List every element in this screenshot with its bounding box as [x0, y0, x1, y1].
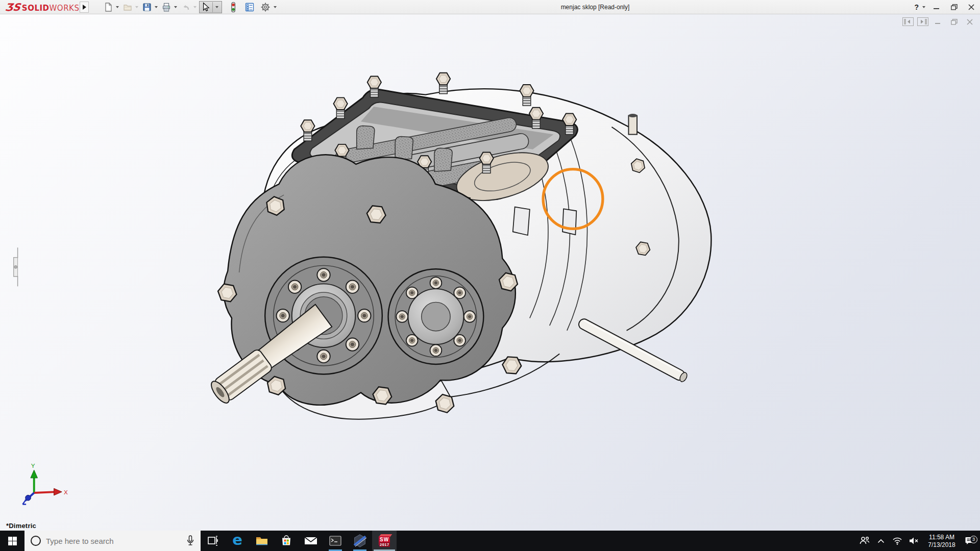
reference-triad: Y X: [22, 462, 68, 504]
gear-icon: [260, 2, 271, 13]
open-button[interactable]: [121, 1, 134, 13]
secondary-flange: [388, 269, 484, 364]
mail-icon: [304, 536, 317, 546]
file-explorer-button[interactable]: [250, 531, 274, 551]
action-center-button[interactable]: 3: [962, 536, 978, 545]
open-dropdown[interactable]: [135, 6, 138, 8]
dock-right-icon: [918, 18, 927, 25]
taskbar-search[interactable]: [24, 531, 201, 551]
triad-x-label: X: [64, 489, 68, 495]
doc-restore-button[interactable]: [948, 17, 960, 26]
chevron-up-icon: [877, 539, 885, 543]
speaker-muted-icon: [909, 537, 919, 545]
volume-button[interactable]: [905, 537, 922, 545]
restore-icon: [951, 4, 958, 10]
solidworks-taskbar-button[interactable]: SW 2017: [372, 531, 397, 551]
save-button[interactable]: [141, 1, 153, 13]
people-icon: [859, 536, 870, 545]
menu-flyout-button[interactable]: [80, 2, 89, 13]
windows-taskbar: e: [0, 531, 980, 551]
restore-button[interactable]: [945, 0, 963, 14]
doc-close-icon: [967, 19, 973, 25]
store-icon: [280, 535, 292, 547]
quick-access-toolbar: [102, 0, 279, 14]
solidworks-window: ƷS SOLID WORKS: [0, 0, 980, 551]
minimize-button[interactable]: [928, 0, 945, 14]
new-document-icon: [103, 2, 113, 12]
task-view-icon: [207, 535, 218, 546]
clock-date: 7/13/2018: [922, 541, 962, 549]
print-dropdown[interactable]: [174, 6, 177, 8]
tray-overflow-button[interactable]: [873, 539, 889, 543]
hexagon-app-button[interactable]: [348, 531, 372, 551]
brand-works: WORKS: [50, 4, 80, 13]
command-prompt-button[interactable]: [323, 531, 348, 551]
help-button[interactable]: ?: [909, 3, 921, 11]
titlebar: ƷS SOLID WORKS: [0, 0, 980, 14]
new-document-button[interactable]: [102, 1, 114, 13]
doc-restore-icon: [951, 19, 958, 25]
cortana-icon: [31, 536, 41, 546]
taskbar-clock[interactable]: 11:58 AM 7/13/2018: [922, 533, 962, 549]
close-button[interactable]: [963, 0, 980, 14]
gearbox-model[interactable]: Y X: [0, 14, 980, 531]
undo-icon: [181, 2, 191, 12]
divider: [212, 2, 213, 12]
document-title: menjac sklop [Read-only]: [521, 0, 670, 14]
options-button[interactable]: [259, 1, 272, 13]
dock-left-icon: [903, 18, 913, 25]
save-floppy-icon: [142, 2, 152, 12]
titlebar-controls: ?: [909, 0, 980, 14]
doc-minimize-icon: [935, 19, 941, 25]
command-prompt-icon: [329, 536, 341, 546]
document-window-controls: [902, 17, 976, 26]
dome-stud: [628, 114, 637, 134]
select-dropdown[interactable]: [215, 6, 218, 8]
people-button[interactable]: [856, 536, 873, 545]
triad-y-label: Y: [31, 462, 35, 469]
select-tool-button[interactable]: [199, 1, 222, 13]
open-folder-icon: [122, 2, 133, 12]
doc-close-button[interactable]: [964, 17, 976, 26]
close-icon: [968, 4, 974, 10]
hexagon-app-icon: [353, 534, 366, 547]
edge-icon: e: [232, 533, 242, 547]
sw-icon-year: 2017: [379, 542, 390, 547]
help-dropdown[interactable]: [922, 6, 925, 8]
select-cursor-icon: [200, 2, 211, 13]
undo-dropdown[interactable]: [193, 6, 197, 8]
clock-time: 11:58 AM: [922, 534, 962, 541]
microphone-icon[interactable]: [185, 535, 195, 547]
dock-panel-right-button[interactable]: [917, 17, 928, 26]
solidworks-app-icon: SW 2017: [378, 534, 391, 547]
task-view-button[interactable]: [201, 531, 225, 551]
task-scheduler-button[interactable]: [243, 1, 256, 13]
system-tray: 11:58 AM 7/13/2018 3: [856, 531, 980, 551]
file-explorer-icon: [255, 535, 268, 546]
search-input[interactable]: [24, 531, 201, 551]
edge-button[interactable]: e: [225, 531, 250, 551]
stoplight-icon: [228, 2, 238, 13]
print-button[interactable]: [160, 1, 173, 13]
doc-minimize-button[interactable]: [932, 17, 944, 26]
selection-stoplight-button[interactable]: [227, 1, 239, 13]
graphics-viewport[interactable]: Y X *Dimetric: [0, 14, 980, 531]
store-button[interactable]: [274, 531, 299, 551]
notification-badge: 3: [970, 536, 977, 543]
view-orientation-label: *Dimetric: [6, 522, 36, 530]
windows-logo-icon: [8, 537, 17, 545]
featuremanager-collapsed-tab[interactable]: [14, 247, 18, 286]
start-button[interactable]: [0, 531, 24, 551]
mail-button[interactable]: [299, 531, 323, 551]
dock-panel-left-button[interactable]: [902, 17, 914, 26]
network-button[interactable]: [889, 537, 905, 545]
solidworks-mark-icon: ƷS: [4, 1, 21, 13]
undo-button[interactable]: [180, 1, 192, 13]
new-document-dropdown[interactable]: [116, 6, 119, 8]
sw-icon-text: SW: [380, 537, 389, 542]
options-dropdown[interactable]: [274, 6, 277, 8]
task-list-icon: [244, 2, 255, 12]
print-icon: [161, 2, 172, 12]
save-dropdown[interactable]: [155, 6, 158, 8]
minimize-icon: [934, 4, 940, 10]
